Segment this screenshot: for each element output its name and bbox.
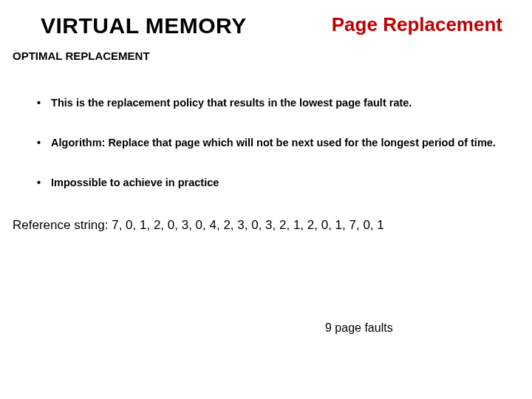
bullets-list: • This is the replacement policy that re… [0, 62, 532, 191]
bullet-text: Algorithm: Replace that page which will … [51, 135, 510, 151]
title-left: VIRTUAL MEMORY [41, 13, 247, 38]
bullet-item: • Impossible to achieve in practice [37, 175, 510, 191]
bullet-text: This is the replacement policy that resu… [51, 95, 510, 112]
subtitle: OPTIMAL REPLACEMENT [0, 38, 532, 62]
bullet-item: • Algorithm: Replace that page which wil… [37, 135, 510, 151]
bullet-marker: • [37, 175, 41, 191]
bullet-marker: • [37, 135, 41, 151]
bullet-text: Impossible to achieve in practice [51, 175, 510, 191]
title-right: Page Replacement [332, 13, 510, 36]
reference-string: Reference string: 7, 0, 1, 2, 0, 3, 0, 4… [0, 214, 532, 233]
bullet-item: • This is the replacement policy that re… [37, 95, 510, 112]
bullet-marker: • [37, 95, 41, 112]
page-faults: 9 page faults [325, 321, 393, 335]
header: VIRTUAL MEMORY Page Replacement [0, 0, 532, 38]
